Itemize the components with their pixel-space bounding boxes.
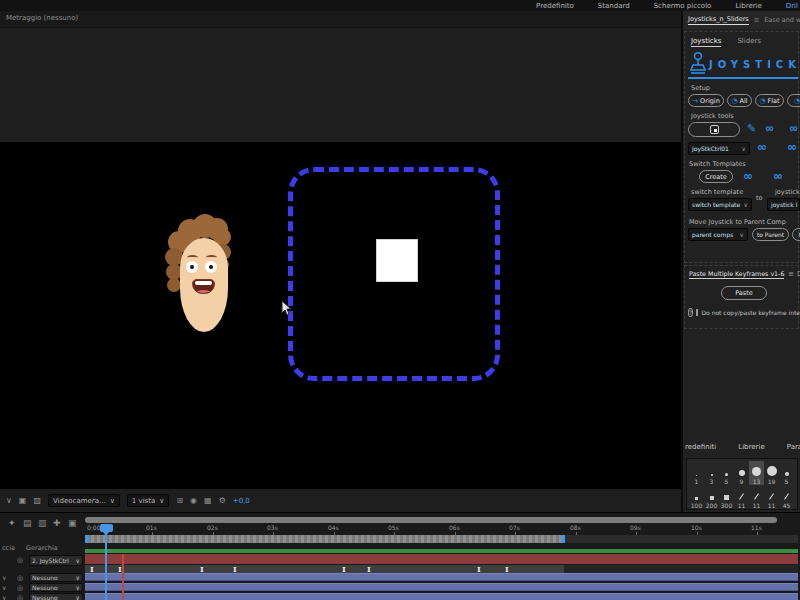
pickwhip-icon[interactable]: ◎ bbox=[17, 556, 23, 564]
null-layer-bar[interactable] bbox=[85, 593, 798, 600]
layer1-duration-bar[interactable] bbox=[85, 554, 798, 564]
origin-button[interactable]: → Origin bbox=[688, 94, 724, 107]
setup-button-partial[interactable]: ◔ bbox=[787, 94, 800, 107]
pickwhip-icon[interactable]: ◎ bbox=[17, 574, 23, 582]
tab-metraggio[interactable]: Metraggio (nessuno) bbox=[6, 14, 78, 22]
joystick-target-dropdown[interactable]: joystick l bbox=[767, 198, 800, 211]
linked-circles-icon-partial[interactable]: ∞ bbox=[787, 140, 797, 154]
workspace-predefinito[interactable]: Predefinito bbox=[536, 2, 574, 10]
circle-pen-icon[interactable]: ✎ bbox=[747, 122, 756, 135]
work-area-track[interactable] bbox=[85, 535, 798, 543]
joystick-ctrl-dropdown[interactable]: JoyStkCtrl01 ∨ bbox=[688, 142, 750, 155]
graph-editor-icon[interactable]: ✚ bbox=[53, 518, 61, 528]
tab-joysticks-n-sliders[interactable]: Joysticks_n_Sliders bbox=[688, 15, 749, 25]
motion-blur-icon[interactable]: ▥ bbox=[38, 518, 47, 528]
panel-menu-icon[interactable]: ≡ bbox=[754, 16, 759, 24]
matte-chevron-icon[interactable]: ∨ bbox=[2, 584, 6, 592]
lip bbox=[196, 290, 211, 294]
pickwhip-icon[interactable]: ◎ bbox=[17, 584, 23, 592]
region-of-interest-icon[interactable]: ▣ bbox=[19, 496, 27, 505]
layer1-parent-dropdown[interactable]: 2. JoyStkCtrl ∨ bbox=[29, 555, 83, 566]
switch-template-dropdown[interactable]: switch template ∨ bbox=[688, 198, 752, 211]
camera-view-dropdown[interactable]: Videocamera... ∨ bbox=[48, 494, 120, 507]
brush-preset[interactable]: 11 bbox=[734, 485, 749, 509]
tab-librerie[interactable]: Librerie bbox=[738, 443, 764, 451]
flat-button[interactable]: ◔ Flat bbox=[755, 94, 784, 107]
link-icon-partial[interactable]: ∞ bbox=[789, 122, 798, 135]
quality-toggle-icon[interactable]: ✦ bbox=[8, 518, 16, 528]
parent-dropdown[interactable]: Nessuno ∨ bbox=[29, 583, 83, 592]
linked-circles-icon[interactable]: ∞ bbox=[757, 140, 767, 154]
comp-footer-toolbar: ∨ ▣ ▨ Videocamera... ∨ 1 vista ∨ ⊞ ◉ ▦ ⚙… bbox=[0, 488, 681, 512]
brush-preset[interactable]: 5 bbox=[719, 461, 734, 485]
timeline-scrollbar-thumb[interactable] bbox=[85, 517, 777, 523]
brush-preset[interactable]: 3 bbox=[704, 461, 719, 485]
settings-gear-icon[interactable]: ⚙ bbox=[219, 496, 226, 505]
null-layer-bar[interactable] bbox=[85, 573, 798, 581]
transparency-grid-icon[interactable]: ▨ bbox=[33, 496, 41, 505]
matte-chevron-icon[interactable]: ∨ bbox=[2, 574, 6, 582]
tab-sliders[interactable]: Sliders bbox=[737, 37, 761, 47]
after-effects-window: Predefinito Standard Schermo piccolo Lib… bbox=[0, 0, 800, 600]
panel-menu-icon[interactable]: ≡ bbox=[788, 270, 794, 278]
create-button[interactable]: Create bbox=[699, 170, 733, 183]
workspace-active[interactable]: Dril bbox=[786, 2, 798, 10]
parent-dropdown[interactable]: Nessuno ∨ bbox=[29, 573, 83, 582]
footage-panel-area bbox=[0, 28, 681, 142]
parent-dropdown[interactable]: Nessuno ∨ bbox=[29, 593, 83, 600]
brush-preset[interactable]: 11 bbox=[749, 485, 764, 509]
pixel-aspect-icon[interactable]: ◉ bbox=[190, 496, 197, 505]
brush-preset[interactable]: 200 bbox=[704, 485, 719, 509]
help-icon[interactable]: ? bbox=[688, 308, 693, 317]
null-layer-bar[interactable] bbox=[85, 583, 798, 591]
work-area-start-marker[interactable] bbox=[85, 535, 89, 543]
workspace-standard[interactable]: Standard bbox=[598, 2, 630, 10]
work-area-bar[interactable] bbox=[85, 535, 564, 543]
paste-panel-title[interactable]: Paste Multiple Keyframes v1-6 bbox=[689, 270, 784, 279]
column-traccia[interactable]: ccia bbox=[2, 544, 15, 552]
pickwhip-icon[interactable]: ◎ bbox=[17, 594, 23, 600]
current-time-indicator-pin[interactable] bbox=[100, 524, 113, 532]
linked-circles-icon[interactable]: ∞ bbox=[743, 169, 753, 183]
to-parent-button[interactable]: to Parent bbox=[752, 228, 789, 241]
parent-comps-dropdown[interactable]: parent comps ∨ bbox=[688, 228, 748, 241]
work-area-end-marker[interactable] bbox=[561, 535, 565, 543]
brush-preset[interactable]: 45 bbox=[779, 485, 794, 509]
chevron-down-icon[interactable]: ∨ bbox=[6, 496, 12, 505]
brush-preset[interactable]: 5 bbox=[779, 461, 794, 485]
linked-circles-icon[interactable]: ∞ bbox=[773, 169, 783, 183]
timeline-scrollbar[interactable] bbox=[85, 517, 777, 523]
chevron-down-icon: ∨ bbox=[76, 584, 80, 591]
exposure-offset-value[interactable]: +0,0 bbox=[233, 497, 250, 505]
tab-predefiniti[interactable]: redefiniti bbox=[685, 443, 716, 451]
brush-preset[interactable]: 1 bbox=[689, 461, 704, 485]
brush-preset[interactable]: 100 bbox=[689, 485, 704, 509]
paste-button[interactable]: Paste bbox=[721, 286, 767, 300]
brush-preset[interactable]: 9 bbox=[734, 461, 749, 485]
view-layout-dropdown[interactable]: 1 vista ∨ bbox=[127, 494, 170, 507]
tab-ease-and-wizz[interactable]: Ease and wiz bbox=[764, 16, 800, 24]
current-time-indicator-line[interactable] bbox=[105, 534, 107, 600]
brush-preset[interactable]: 11 bbox=[764, 485, 779, 509]
grid-icon[interactable]: ⊞ bbox=[176, 496, 183, 505]
column-gerarchia[interactable]: Gerarchia bbox=[26, 544, 58, 552]
link-icon[interactable]: ∞ bbox=[765, 122, 774, 135]
brush-preset[interactable]: 19 bbox=[764, 461, 779, 485]
copy-paste-checkbox[interactable] bbox=[696, 309, 698, 316]
brush-preset-selected[interactable]: 13 bbox=[749, 461, 764, 485]
workspace-schermo-piccolo[interactable]: Schermo piccolo bbox=[654, 2, 712, 10]
workspace-bar: Predefinito Standard Schermo piccolo Lib… bbox=[0, 0, 800, 11]
joystick-handle-square[interactable] bbox=[376, 239, 418, 282]
frame-blend-icon[interactable]: ▤ bbox=[23, 518, 32, 528]
partial-button[interactable]: t bbox=[792, 228, 800, 241]
all-button[interactable]: ◔ All bbox=[727, 94, 752, 107]
clock-icon: ◔ bbox=[731, 97, 737, 105]
fast-preview-icon[interactable]: ▦ bbox=[204, 496, 212, 505]
workspace-librerie[interactable]: Librerie bbox=[735, 2, 761, 10]
joystick-tool-button[interactable] bbox=[688, 122, 740, 137]
composition-mini-icon[interactable]: ▣ bbox=[68, 518, 77, 528]
tab-paragrafo[interactable]: Paragrafo bbox=[787, 443, 800, 451]
brush-preset[interactable]: 300 bbox=[719, 485, 734, 509]
tab-joysticks[interactable]: Joysticks bbox=[691, 37, 721, 47]
matte-chevron-icon[interactable]: ∨ bbox=[2, 594, 6, 600]
